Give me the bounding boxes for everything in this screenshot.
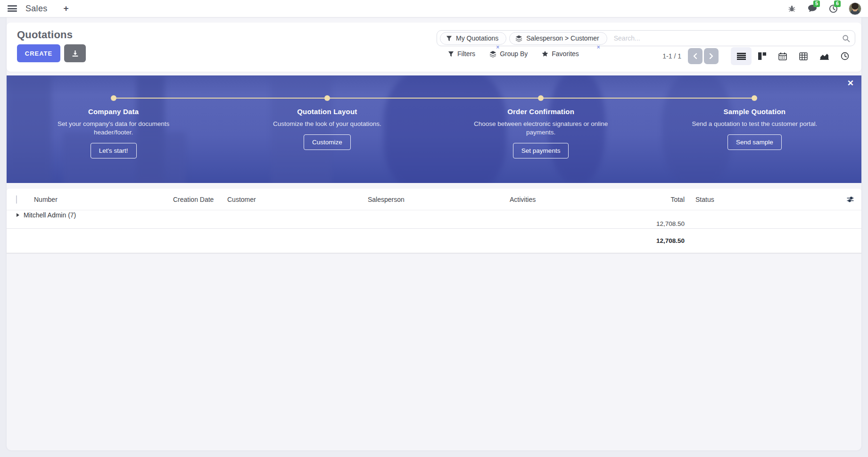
chevron-right-icon xyxy=(709,53,713,59)
step-title: Sample Quotation xyxy=(648,108,861,116)
star-icon xyxy=(542,50,548,57)
step-dot xyxy=(752,95,757,101)
search-icon[interactable] xyxy=(842,34,850,42)
view-pivot-button[interactable] xyxy=(793,47,814,65)
control-panel: Quotations CREATE My Quotations × xyxy=(7,23,861,72)
onboarding-step-company-data: Company Data Set your company's data for… xyxy=(7,75,220,183)
search-bar[interactable]: My Quotations × Salesperson > Customer ×… xyxy=(437,30,855,46)
step-description: Send a quotation to test the customer po… xyxy=(648,120,861,128)
onboarding-banner: ✕ Company Data Set your company's data f… xyxy=(7,75,861,183)
column-header-salesperson[interactable]: Salesperson xyxy=(368,196,510,203)
lets-start-button[interactable]: Let's start! xyxy=(91,143,137,158)
create-button[interactable]: CREATE xyxy=(17,44,60,62)
step-description: Choose between electronic signatures or … xyxy=(434,120,648,137)
pager-next-button[interactable] xyxy=(704,48,719,64)
column-header-total[interactable]: Total xyxy=(628,196,685,203)
column-header-customer[interactable]: Customer xyxy=(227,196,368,203)
facet-label: My Quotations xyxy=(456,34,498,42)
layers-icon xyxy=(515,35,522,42)
activity-view-icon xyxy=(841,52,849,60)
messages-icon[interactable]: 5 xyxy=(807,3,818,14)
step-description: Customize the look of your quotations. xyxy=(220,120,434,128)
step-title: Quotation Layout xyxy=(220,108,434,116)
optional-columns-icon[interactable] xyxy=(839,196,861,203)
step-dot xyxy=(324,95,330,101)
top-navbar: Sales + 5 6 xyxy=(0,0,868,17)
onboarding-step-quotation-layout: Quotation Layout Customize the look of y… xyxy=(220,75,434,183)
layers-icon xyxy=(489,50,496,58)
activities-badge: 6 xyxy=(834,0,841,7)
quotations-list: Number Creation Date Customer Salesperso… xyxy=(7,189,861,253)
group-row-mitchell-admin[interactable]: Mitchell Admin (7) 12,708.50 xyxy=(7,210,861,229)
table-header-row: Number Creation Date Customer Salesperso… xyxy=(7,189,861,210)
apps-menu-icon[interactable] xyxy=(8,5,17,12)
pivot-view-icon xyxy=(799,52,808,60)
bug-icon[interactable] xyxy=(786,3,797,14)
action-sheet: Quotations CREATE My Quotations × xyxy=(7,17,861,450)
page-title: Quotations xyxy=(17,29,73,41)
group-label: Mitchell Admin (7) xyxy=(24,211,76,219)
view-calendar-button[interactable] xyxy=(772,47,793,65)
footer-total: 12,708.50 xyxy=(628,237,685,244)
search-options-row: Filters Group By Favorites xyxy=(448,50,579,58)
column-header-number[interactable]: Number xyxy=(34,196,173,203)
user-avatar[interactable] xyxy=(849,2,861,15)
column-header-activities[interactable]: Activities xyxy=(510,196,628,203)
table-footer-row: 12,708.50 xyxy=(7,229,861,253)
favorites-menu-button[interactable]: Favorites xyxy=(542,50,579,58)
customize-button[interactable]: Customize xyxy=(304,134,351,150)
favorites-label: Favorites xyxy=(552,50,579,58)
column-header-creation-date[interactable]: Creation Date xyxy=(173,196,227,203)
search-input[interactable]: Search... xyxy=(614,34,842,42)
calendar-view-icon xyxy=(778,52,787,60)
onboarding-step-sample-quotation: Sample Quotation Send a quotation to tes… xyxy=(648,75,861,183)
filters-label: Filters xyxy=(457,50,475,58)
app-name[interactable]: Sales xyxy=(25,4,48,14)
group-by-menu-button[interactable]: Group By xyxy=(489,50,528,58)
expand-caret-icon[interactable] xyxy=(17,213,19,217)
view-graph-button[interactable] xyxy=(814,47,835,65)
messages-badge: 5 xyxy=(813,0,820,7)
filters-menu-button[interactable]: Filters xyxy=(448,50,475,58)
group-by-label: Group By xyxy=(500,50,528,58)
chevron-left-icon xyxy=(693,53,697,59)
activities-clock-icon[interactable]: 6 xyxy=(828,3,838,14)
view-kanban-button[interactable] xyxy=(752,47,772,65)
step-dot xyxy=(111,95,116,101)
graph-view-icon xyxy=(820,53,829,60)
step-title: Company Data xyxy=(7,108,220,116)
onboarding-step-order-confirmation: Order Confirmation Choose between electr… xyxy=(434,75,648,183)
export-button[interactable] xyxy=(64,44,86,62)
facet-my-quotations[interactable]: My Quotations × xyxy=(440,32,506,45)
view-list-button[interactable] xyxy=(731,47,752,65)
set-payments-button[interactable]: Set payments xyxy=(513,143,569,158)
group-total: 12,708.50 xyxy=(628,220,685,227)
pager-previous-button[interactable] xyxy=(688,48,703,64)
step-description: Set your company's data for documents he… xyxy=(7,120,220,137)
pager-value: 1-1 / 1 xyxy=(662,52,681,60)
facet-label: Salesperson > Customer xyxy=(526,34,599,42)
select-all-checkbox[interactable] xyxy=(16,195,17,204)
step-title: Order Confirmation xyxy=(434,108,648,116)
filter-icon xyxy=(446,35,452,42)
kanban-view-icon xyxy=(758,52,766,60)
facet-remove-icon[interactable]: × xyxy=(496,44,499,50)
view-activity-button[interactable] xyxy=(835,47,855,65)
filter-icon xyxy=(448,51,454,57)
download-icon xyxy=(72,50,79,57)
step-dot xyxy=(538,95,544,101)
column-header-status[interactable]: Status xyxy=(685,196,839,203)
plus-icon[interactable]: + xyxy=(64,3,69,14)
facet-remove-icon[interactable]: × xyxy=(597,44,600,50)
facet-groupby-salesperson-customer[interactable]: Salesperson > Customer × xyxy=(509,32,607,45)
view-switcher xyxy=(731,47,855,65)
pager-and-views: 1-1 / 1 xyxy=(662,47,855,65)
send-sample-button[interactable]: Send sample xyxy=(727,134,782,150)
list-view-icon xyxy=(737,53,746,60)
